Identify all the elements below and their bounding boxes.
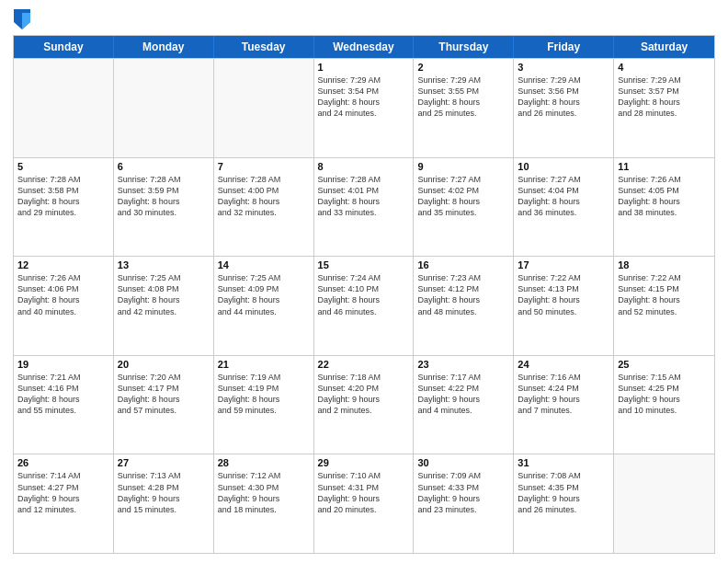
day-info: Sunrise: 7:16 AM Sunset: 4:24 PM Dayligh… [518, 372, 609, 417]
day-cell-29: 29Sunrise: 7:10 AM Sunset: 4:31 PM Dayli… [314, 454, 415, 553]
day-cell-20: 20Sunrise: 7:20 AM Sunset: 4:17 PM Dayli… [114, 356, 214, 454]
day-number: 22 [318, 359, 410, 370]
day-cell-10: 10Sunrise: 7:27 AM Sunset: 4:04 PM Dayli… [514, 158, 614, 257]
day-number: 2 [417, 62, 509, 73]
calendar-header-row: SundayMondayTuesdayWednesdayThursdayFrid… [14, 36, 714, 58]
logo [13, 9, 32, 29]
day-number: 20 [118, 359, 210, 370]
day-cell-30: 30Sunrise: 7:09 AM Sunset: 4:33 PM Dayli… [414, 454, 514, 553]
day-number: 26 [17, 457, 109, 468]
calendar-header-wednesday: Wednesday [314, 36, 415, 58]
calendar-week-2: 5Sunrise: 7:28 AM Sunset: 3:58 PM Daylig… [14, 157, 714, 257]
day-info: Sunrise: 7:12 AM Sunset: 4:30 PM Dayligh… [218, 470, 310, 515]
day-number: 18 [618, 259, 711, 270]
day-number: 21 [218, 359, 310, 370]
calendar-header-saturday: Saturday [614, 36, 714, 58]
day-info: Sunrise: 7:27 AM Sunset: 4:04 PM Dayligh… [518, 174, 609, 219]
day-number: 9 [417, 161, 509, 172]
day-info: Sunrise: 7:09 AM Sunset: 4:33 PM Dayligh… [417, 470, 509, 515]
day-cell-27: 27Sunrise: 7:13 AM Sunset: 4:28 PM Dayli… [114, 454, 214, 553]
day-info: Sunrise: 7:17 AM Sunset: 4:22 PM Dayligh… [417, 372, 509, 417]
calendar-header-tuesday: Tuesday [214, 36, 314, 58]
day-number: 28 [218, 457, 310, 468]
calendar-body: 1Sunrise: 7:29 AM Sunset: 3:54 PM Daylig… [14, 58, 714, 553]
day-number: 11 [618, 161, 711, 172]
day-info: Sunrise: 7:23 AM Sunset: 4:12 PM Dayligh… [417, 272, 509, 317]
day-cell-21: 21Sunrise: 7:19 AM Sunset: 4:19 PM Dayli… [214, 356, 314, 454]
day-info: Sunrise: 7:28 AM Sunset: 3:58 PM Dayligh… [17, 174, 109, 219]
day-cell-3: 3Sunrise: 7:29 AM Sunset: 3:56 PM Daylig… [514, 59, 614, 157]
day-cell-16: 16Sunrise: 7:23 AM Sunset: 4:12 PM Dayli… [414, 257, 514, 355]
day-number: 4 [618, 62, 711, 73]
day-info: Sunrise: 7:25 AM Sunset: 4:08 PM Dayligh… [118, 272, 210, 317]
day-number: 1 [318, 62, 410, 73]
day-info: Sunrise: 7:13 AM Sunset: 4:28 PM Dayligh… [118, 470, 210, 515]
day-info: Sunrise: 7:22 AM Sunset: 4:13 PM Dayligh… [518, 272, 609, 317]
day-info: Sunrise: 7:29 AM Sunset: 3:57 PM Dayligh… [618, 75, 711, 120]
day-info: Sunrise: 7:27 AM Sunset: 4:02 PM Dayligh… [417, 174, 509, 219]
day-info: Sunrise: 7:26 AM Sunset: 4:05 PM Dayligh… [618, 174, 711, 219]
day-cell-5: 5Sunrise: 7:28 AM Sunset: 3:58 PM Daylig… [14, 158, 114, 257]
day-number: 7 [218, 161, 310, 172]
day-number: 29 [318, 457, 410, 468]
day-cell-8: 8Sunrise: 7:28 AM Sunset: 4:01 PM Daylig… [314, 158, 415, 257]
day-info: Sunrise: 7:14 AM Sunset: 4:27 PM Dayligh… [17, 470, 109, 515]
day-number: 24 [518, 359, 609, 370]
day-cell-12: 12Sunrise: 7:26 AM Sunset: 4:06 PM Dayli… [14, 257, 114, 355]
day-info: Sunrise: 7:20 AM Sunset: 4:17 PM Dayligh… [118, 372, 210, 417]
day-cell-24: 24Sunrise: 7:16 AM Sunset: 4:24 PM Dayli… [514, 356, 614, 454]
day-info: Sunrise: 7:08 AM Sunset: 4:35 PM Dayligh… [518, 470, 609, 515]
day-cell-28: 28Sunrise: 7:12 AM Sunset: 4:30 PM Dayli… [214, 454, 314, 553]
day-cell-13: 13Sunrise: 7:25 AM Sunset: 4:08 PM Dayli… [114, 257, 214, 355]
day-number: 13 [118, 259, 210, 270]
empty-cell [214, 59, 314, 157]
day-info: Sunrise: 7:24 AM Sunset: 4:10 PM Dayligh… [318, 272, 410, 317]
day-info: Sunrise: 7:29 AM Sunset: 3:54 PM Dayligh… [318, 75, 410, 120]
day-info: Sunrise: 7:28 AM Sunset: 4:00 PM Dayligh… [218, 174, 310, 219]
svg-marker-1 [22, 13, 30, 29]
day-number: 10 [518, 161, 609, 172]
calendar-header-monday: Monday [114, 36, 214, 58]
day-number: 27 [118, 457, 210, 468]
day-cell-22: 22Sunrise: 7:18 AM Sunset: 4:20 PM Dayli… [314, 356, 415, 454]
day-number: 25 [618, 359, 711, 370]
day-number: 16 [417, 259, 509, 270]
day-cell-26: 26Sunrise: 7:14 AM Sunset: 4:27 PM Dayli… [14, 454, 114, 553]
calendar-header-thursday: Thursday [414, 36, 514, 58]
calendar-week-1: 1Sunrise: 7:29 AM Sunset: 3:54 PM Daylig… [14, 58, 714, 157]
day-cell-14: 14Sunrise: 7:25 AM Sunset: 4:09 PM Dayli… [214, 257, 314, 355]
day-number: 30 [417, 457, 509, 468]
day-number: 14 [218, 259, 310, 270]
day-cell-18: 18Sunrise: 7:22 AM Sunset: 4:15 PM Dayli… [614, 257, 714, 355]
day-number: 5 [17, 161, 109, 172]
calendar: SundayMondayTuesdayWednesdayThursdayFrid… [13, 35, 715, 554]
day-cell-1: 1Sunrise: 7:29 AM Sunset: 3:54 PM Daylig… [314, 59, 415, 157]
day-cell-4: 4Sunrise: 7:29 AM Sunset: 3:57 PM Daylig… [614, 59, 714, 157]
day-cell-7: 7Sunrise: 7:28 AM Sunset: 4:00 PM Daylig… [214, 158, 314, 257]
header [13, 9, 715, 29]
page: SundayMondayTuesdayWednesdayThursdayFrid… [0, 0, 728, 563]
day-cell-9: 9Sunrise: 7:27 AM Sunset: 4:02 PM Daylig… [414, 158, 514, 257]
day-info: Sunrise: 7:19 AM Sunset: 4:19 PM Dayligh… [218, 372, 310, 417]
day-cell-25: 25Sunrise: 7:15 AM Sunset: 4:25 PM Dayli… [614, 356, 714, 454]
day-cell-2: 2Sunrise: 7:29 AM Sunset: 3:55 PM Daylig… [414, 59, 514, 157]
day-cell-31: 31Sunrise: 7:08 AM Sunset: 4:35 PM Dayli… [514, 454, 614, 553]
day-info: Sunrise: 7:15 AM Sunset: 4:25 PM Dayligh… [618, 372, 711, 417]
day-cell-11: 11Sunrise: 7:26 AM Sunset: 4:05 PM Dayli… [614, 158, 714, 257]
calendar-week-3: 12Sunrise: 7:26 AM Sunset: 4:06 PM Dayli… [14, 256, 714, 355]
day-info: Sunrise: 7:29 AM Sunset: 3:56 PM Dayligh… [518, 75, 609, 120]
calendar-header-friday: Friday [514, 36, 614, 58]
day-cell-19: 19Sunrise: 7:21 AM Sunset: 4:16 PM Dayli… [14, 356, 114, 454]
day-number: 19 [17, 359, 109, 370]
day-number: 17 [518, 259, 609, 270]
day-number: 31 [518, 457, 609, 468]
calendar-week-4: 19Sunrise: 7:21 AM Sunset: 4:16 PM Dayli… [14, 355, 714, 454]
day-number: 12 [17, 259, 109, 270]
day-cell-15: 15Sunrise: 7:24 AM Sunset: 4:10 PM Dayli… [314, 257, 415, 355]
day-number: 23 [417, 359, 509, 370]
day-info: Sunrise: 7:21 AM Sunset: 4:16 PM Dayligh… [17, 372, 109, 417]
day-info: Sunrise: 7:18 AM Sunset: 4:20 PM Dayligh… [318, 372, 410, 417]
day-info: Sunrise: 7:22 AM Sunset: 4:15 PM Dayligh… [618, 272, 711, 317]
logo-icon [14, 9, 30, 29]
day-cell-6: 6Sunrise: 7:28 AM Sunset: 3:59 PM Daylig… [114, 158, 214, 257]
